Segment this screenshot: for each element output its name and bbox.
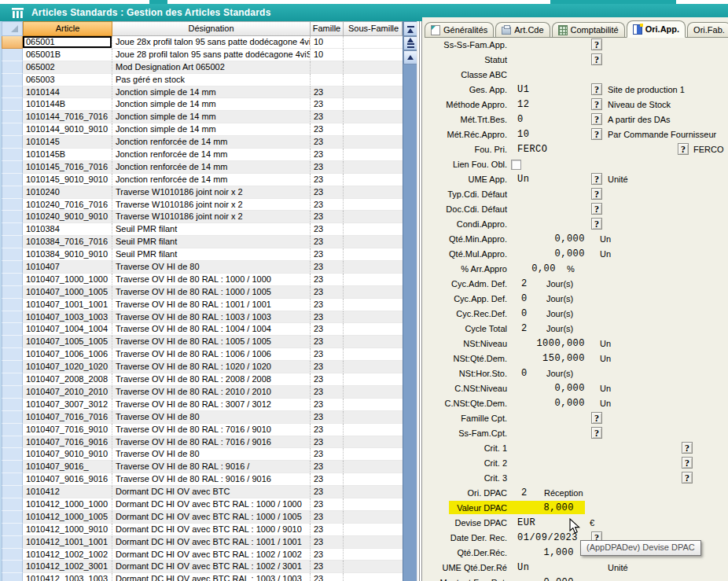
cell-famille[interactable]: 23 (311, 386, 344, 399)
cell-designation[interactable]: Traverse OV HI de 80 RAL : 1006 / 1006 (112, 348, 311, 361)
table-row[interactable]: 1010144Jonction simple de 14 mm23 (2, 86, 403, 99)
table-row[interactable]: 1010407_1000_1005Traverse OV HI de 80 RA… (2, 286, 403, 299)
cell-sous-famille[interactable] (344, 436, 403, 449)
field-value[interactable]: Un (517, 174, 529, 185)
cell-famille[interactable]: 23 (311, 248, 344, 261)
table-row[interactable]: 1010240_7016_7016Traverse W1010186 joint… (2, 199, 403, 211)
field-value[interactable]: 12 (517, 99, 529, 110)
cell-designation[interactable]: Seuil PMR filant (112, 236, 311, 248)
cell-article[interactable]: 1010407_1006_1006 (23, 348, 112, 361)
cell-sous-famille[interactable] (344, 174, 403, 186)
scroll-page-up-button[interactable] (403, 36, 417, 50)
field-value[interactable]: FERCO (517, 144, 548, 155)
cell-sous-famille[interactable] (344, 299, 403, 311)
row-selector[interactable] (2, 511, 23, 524)
cell-designation[interactable]: Dormant DC HI OV avec BTC RAL : 1001 / 1… (112, 536, 311, 549)
cell-designation[interactable]: Traverse OV HI de 80 (112, 261, 311, 274)
cell-article[interactable]: 1010384_7016_7016 (23, 236, 112, 248)
table-row[interactable]: 1010240Traverse W1010186 joint noir x 22… (2, 186, 403, 199)
cell-designation[interactable]: Traverse OV HI de 80 RAL : 1020 / 1020 (112, 361, 311, 373)
row-selector[interactable] (2, 373, 23, 386)
table-row[interactable]: 1010412_1003_1003Dormant DC HI OV avec B… (2, 573, 403, 581)
cell-famille[interactable]: 23 (311, 111, 344, 123)
cell-designation[interactable]: Jonction simple de 14 mm (112, 111, 311, 123)
select-all-corner[interactable] (2, 21, 23, 36)
cell-article[interactable]: 1010407 (23, 261, 112, 274)
cell-famille[interactable]: 23 (311, 174, 344, 186)
table-row[interactable]: 065001Joue 28x profil talon 95 sans patt… (2, 36, 403, 49)
cell-article[interactable]: 1010407_9016_ (23, 461, 112, 473)
cell-sous-famille[interactable] (344, 399, 403, 411)
field-numeric-value[interactable]: 0,000 (487, 577, 574, 581)
cell-article[interactable]: 1010407_7016_9010 (23, 424, 112, 436)
table-row[interactable]: 1010407Traverse OV HI de 8023 (2, 261, 403, 274)
help-button[interactable]: ? (591, 98, 602, 110)
cell-article[interactable]: 1010407_9016_9016 (23, 473, 112, 486)
cell-famille[interactable]: 23 (311, 274, 344, 286)
cell-designation[interactable]: Jonction renforcée de 14 mm (112, 149, 311, 161)
row-selector[interactable] (2, 123, 23, 136)
cell-article[interactable]: 1010407_1005_1005 (23, 336, 112, 348)
help-button[interactable]: ? (591, 427, 602, 439)
row-selector[interactable] (2, 111, 23, 123)
table-row[interactable]: 1010412_1000_1005Dormant DC HI OV avec B… (2, 511, 403, 524)
cell-famille[interactable]: 23 (311, 361, 344, 373)
field-value[interactable]: U1 (517, 84, 529, 95)
cell-designation[interactable]: Traverse W1010186 joint noir x 2 (112, 186, 311, 199)
help-button[interactable]: ? (591, 173, 602, 185)
table-row[interactable]: 1010407_7016_9016Traverse OV HI de 80 RA… (2, 436, 403, 449)
row-selector[interactable] (2, 86, 23, 99)
row-selector[interactable] (2, 561, 23, 573)
table-row[interactable]: 1010384_9010_9010Seuil PMR filant23 (2, 248, 403, 261)
cell-article[interactable]: 1010240 (23, 186, 112, 199)
column-header-sous-famille[interactable]: Sous-Famille (344, 21, 403, 36)
cell-famille[interactable]: 23 (311, 323, 344, 336)
cell-sous-famille[interactable] (344, 573, 403, 581)
panel-splitter[interactable] (417, 21, 422, 581)
cell-sous-famille[interactable] (344, 486, 403, 498)
row-selector[interactable] (2, 536, 23, 549)
cell-sous-famille[interactable] (344, 86, 403, 99)
cell-article[interactable]: 1010407_3007_3012 (23, 399, 112, 411)
cell-famille[interactable] (311, 61, 344, 74)
cell-famille[interactable]: 23 (311, 136, 344, 149)
row-selector[interactable] (2, 336, 23, 348)
cell-designation[interactable]: Dormant DC HI OV avec BTC RAL : 1000 / 9… (112, 524, 311, 536)
cell-designation[interactable]: Seuil PMR filant (112, 223, 311, 236)
help-button[interactable]: ? (682, 457, 693, 469)
cell-article[interactable]: 065001B (23, 49, 112, 61)
cell-designation[interactable]: Joue 28x profil talon 95 sans patte dodé… (112, 36, 311, 49)
cell-famille[interactable]: 23 (311, 448, 344, 461)
help-button[interactable]: ? (591, 113, 602, 125)
row-selector[interactable] (2, 361, 23, 373)
cell-designation[interactable]: Joue 28 profil talon 95 sans patte dodéc… (112, 49, 311, 61)
cell-article[interactable]: 065001 (23, 36, 112, 49)
cell-article[interactable]: 1010412_1000_9010 (23, 524, 112, 536)
field-numeric-value[interactable]: 0,00 (469, 263, 556, 274)
table-row[interactable]: 1010412_1002_1002Dormant DC HI OV avec B… (2, 549, 403, 561)
table-row[interactable]: 1010384_7016_7016Seuil PMR filant23 (2, 236, 403, 248)
table-row[interactable]: 1010407_1003_1003Traverse OV HI de 80 RA… (2, 311, 403, 324)
table-row[interactable]: 1010407_1000_1000Traverse OV HI de 80 RA… (2, 274, 403, 286)
cell-designation[interactable]: Jonction renforcée de 14 mm (112, 136, 311, 149)
row-selector[interactable] (2, 498, 23, 511)
cell-sous-famille[interactable] (344, 49, 403, 61)
row-selector[interactable] (2, 386, 23, 399)
table-row[interactable]: 1010145BJonction renforcée de 14 mm23 (2, 149, 403, 161)
field-value[interactable]: 0 (517, 114, 524, 125)
cell-designation[interactable]: Traverse OV HI de 80 RAL : 7016 / 9010 (112, 424, 311, 436)
cell-sous-famille[interactable] (344, 123, 403, 136)
cell-sous-famille[interactable] (344, 348, 403, 361)
row-selector[interactable] (2, 461, 23, 473)
table-row[interactable]: 1010407_2010_2010Traverse OV HI de 80 RA… (2, 386, 403, 399)
cell-famille[interactable]: 23 (311, 461, 344, 473)
cell-famille[interactable]: 23 (311, 536, 344, 549)
cell-designation[interactable]: Traverse OV HI de 80 RAL : 9016 / 9016 (112, 473, 311, 486)
help-button[interactable]: ? (591, 128, 602, 140)
cell-article[interactable]: 1010384_9010_9010 (23, 248, 112, 261)
cell-article[interactable]: 1010145_7016_7016 (23, 161, 112, 174)
column-header-famille[interactable]: Famille (311, 21, 344, 36)
row-selector[interactable] (2, 223, 23, 236)
help-button[interactable]: ? (591, 203, 602, 215)
cell-article[interactable]: 1010145B (23, 149, 112, 161)
